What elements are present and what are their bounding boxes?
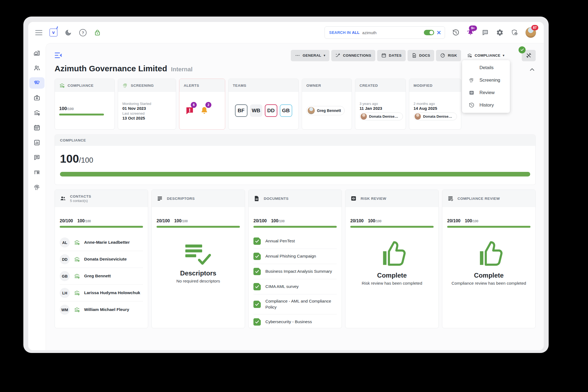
contact-row[interactable]: DD Donata Deniseviciute [60,251,143,268]
team-chip[interactable]: DD [265,104,277,117]
app-logo[interactable]: v [49,28,58,37]
menu-item-screening[interactable]: Screening [462,74,510,86]
contact-row[interactable]: GB Greg Bennett [60,268,143,285]
check-badge-icon [519,46,526,53]
progress-bar [59,114,104,115]
tab-general[interactable]: GENERAL▾ [291,50,329,61]
compliance-summary-card[interactable]: COMPLIANCE 100/100 [55,79,115,130]
nav-building-home-icon[interactable] [29,47,45,59]
nav-briefcase-icon[interactable] [29,92,45,104]
document-row[interactable]: Annual Phishing Campaign [253,249,337,264]
tab-dates[interactable]: DATES [377,50,406,61]
team-chip[interactable]: BF [235,104,247,117]
created-date: 11 Jan 2023 [360,106,401,111]
owner-pill[interactable]: Greg Bennett [306,106,345,115]
list-check-icon [447,195,454,202]
hamburger-menu-icon[interactable] [35,30,42,35]
app-bar: v ? SEARCH IN ALL [28,22,544,43]
risk-review-panel: RISK REVIEW 20/100 100/100 [345,189,439,328]
chevron-up-icon[interactable] [529,66,536,73]
contact-row[interactable]: LH Larissa Hudyma Holowchuk [60,285,143,301]
modified-ago: 2 months ago [414,102,457,106]
detail-panels: CONTACTS 5 contact(s) 20/100 100/100 [55,189,536,328]
compliance-dropdown-menu: Details Screening [462,60,510,113]
menu-item-history[interactable]: History [462,99,510,111]
alerts-summary-card[interactable]: ALERTS 6 2 [179,79,225,130]
contact-initials: WM [60,305,70,315]
last-screened-date: 13 Oct 2025 [122,116,171,120]
compliance-score-max: /100 [79,156,93,165]
document-row[interactable]: Business Impact Analysis Summary [253,264,337,279]
fingerprint-icon [469,77,479,83]
contact-row[interactable]: AL Anne-Marie Leadbetter [60,234,143,251]
help-icon[interactable]: ? [79,29,87,36]
admin-shield-icon[interactable] [511,29,518,36]
notifications-bell-icon[interactable]: 9+ [467,29,474,36]
tools-button[interactable] [522,50,536,61]
descriptors-heading: Descriptors [180,269,216,277]
doc-check-icon [253,318,261,326]
panel-header: DESCRIPTORS [152,190,245,207]
doc-check-icon [253,268,261,275]
bank-shield-icon [59,83,65,88]
created-by-pill[interactable]: Donata Denisev… [360,113,403,120]
messages-icon[interactable] [481,29,489,36]
thumbs-up-icon [474,239,504,268]
card-header: ALERTS [179,79,225,92]
nav-users-icon[interactable] [29,62,45,74]
menu-item-details[interactable]: Details [462,62,510,74]
tab-connections[interactable]: CONNECTIONS [331,50,375,61]
document-row[interactable]: Compliance - AML and Compliance Policy [253,294,337,314]
documents-panel: DOCUMENTS 20/100 100/100 [248,189,342,328]
lock-icon[interactable] [94,29,101,36]
settings-gear-icon[interactable] [496,29,504,36]
doc-check-icon [253,253,261,260]
global-search[interactable]: SEARCH IN ALL × [325,26,445,39]
nav-bank-shield-icon[interactable] [29,107,45,118]
tools-icon [526,53,532,58]
modified-by-pill[interactable]: Donata Denisev… [414,113,457,120]
created-summary-card[interactable]: CREATED 3 years ago 11 Jan 2023 Donata D… [355,79,406,130]
compliance-progress-bar [60,172,530,176]
alert-message-icon[interactable]: 6 [185,106,195,115]
contact-row[interactable]: WM William Michael Fleury [60,301,143,318]
dark-mode-moon-icon[interactable] [65,29,72,36]
team-chip[interactable]: WB [250,104,262,117]
nav-desk-icon[interactable] [29,167,45,178]
tab-docs[interactable]: DOCS [408,50,434,61]
compliance-review-note: Compliance review has been completed [452,281,526,286]
nav-comments-icon[interactable] [29,152,45,163]
collapse-panel-icon[interactable] [55,52,63,59]
screening-summary-card[interactable]: SCREENING Monitoring Started 01 Nov 2023… [118,79,176,130]
bank-shield-icon [74,273,80,279]
panel-header: RISK REVIEW [345,190,438,207]
doc-check-icon [253,301,261,308]
nav-handshake-icon[interactable] [29,77,45,89]
document-row[interactable]: CIMA AML survey [253,279,337,294]
nav-calendar-icon[interactable] [29,122,45,133]
tab-risk[interactable]: RISK [436,50,461,61]
menu-item-review[interactable]: Review [462,86,510,99]
search-input[interactable] [362,30,421,35]
clear-search-icon[interactable]: × [437,29,441,36]
history-icon[interactable] [452,29,460,36]
nav-fingerprint-icon[interactable] [29,182,45,193]
descriptors-panel: DESCRIPTORS 20/100 100/100 [151,189,245,328]
search-scope-label: SEARCH IN ALL [329,30,360,35]
compliance-review-progress: 20/100 100/100 [447,219,530,228]
document-row[interactable]: Annual PenTest [253,234,337,249]
user-avatar[interactable]: 87 [525,27,536,38]
owner-summary-card[interactable]: OWNER Greg Bennett [302,79,352,130]
teams-summary-card[interactable]: TEAMS BF WB DD GB [228,79,299,130]
compliance-review-panel: COMPLIANCE REVIEW 20/100 100/100 [442,189,536,328]
nav-bar-chart-icon[interactable] [29,137,45,148]
card-header: TEAMS [228,79,298,92]
team-chip[interactable]: GB [280,104,292,117]
document-row[interactable]: Cybersecurity - Business [253,314,337,328]
descriptors-check-icon [185,245,211,266]
alert-bell-icon[interactable]: 2 [199,106,209,115]
search-toggle[interactable] [424,30,434,35]
monitoring-started-label: Monitoring Started [122,102,171,106]
modified-summary-card[interactable]: MODIFIED 2 months ago 14 Aug 2025 Donata… [409,79,461,130]
tab-compliance[interactable]: COMPLIANCE▾ [463,50,508,61]
